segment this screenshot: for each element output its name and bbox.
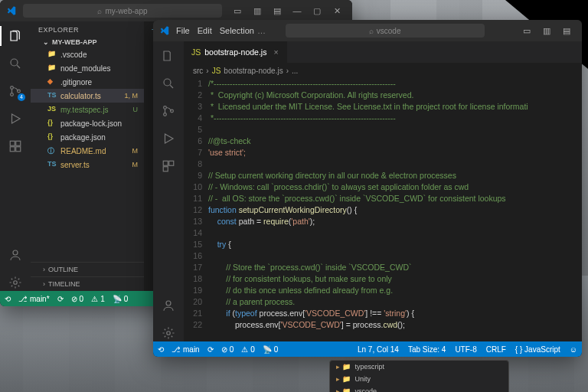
tab-size[interactable]: Tab Size: 4: [408, 345, 446, 354]
remote-indicator[interactable]: ⟲: [158, 345, 164, 354]
list-item[interactable]: ▸ 📁vscode: [330, 385, 508, 392]
feedback-icon[interactable]: ☺: [570, 345, 577, 354]
svg-rect-9: [16, 147, 21, 152]
code-lines[interactable]: /*--------------------------------------…: [208, 78, 582, 341]
svg-point-11: [14, 281, 18, 285]
svg-point-12: [164, 79, 171, 86]
gear-icon[interactable]: [7, 274, 24, 291]
search-icon[interactable]: [7, 55, 24, 72]
svg-rect-18: [163, 167, 168, 172]
scm-icon[interactable]: 4: [7, 83, 24, 100]
layout-icon[interactable]: ▭: [518, 23, 536, 38]
file-row[interactable]: ⓘREADME.mdM: [31, 144, 144, 158]
activity-bar-1: 4: [0, 21, 31, 291]
file-row[interactable]: JSmy.testspec.jsU: [31, 103, 144, 116]
account-icon[interactable]: [160, 297, 177, 314]
svg-point-10: [13, 250, 18, 255]
cursor-position[interactable]: Ln 7, Col 14: [358, 345, 399, 354]
svg-rect-6: [10, 141, 15, 145]
language-mode[interactable]: { } JavaScript: [515, 345, 560, 354]
svg-rect-7: [16, 141, 21, 145]
file-row[interactable]: 📁.vscode: [31, 47, 144, 61]
svg-point-13: [164, 106, 167, 109]
sync-indicator[interactable]: ⟳: [57, 295, 64, 303]
outline-section[interactable]: ›OUTLINE: [31, 262, 144, 276]
menu-item[interactable]: Edit: [198, 26, 212, 35]
svg-point-14: [164, 113, 167, 116]
warnings-indicator[interactable]: ⚠ 0: [241, 345, 255, 354]
scm-icon[interactable]: [160, 103, 177, 119]
branch-indicator[interactable]: ⎇ main*: [18, 295, 50, 303]
editor-area-2: JSbootstrap-node.js× src› JSbootstrap-no…: [184, 41, 582, 341]
menu-item[interactable]: File: [176, 26, 190, 35]
layout-icon[interactable]: ▭: [228, 3, 247, 18]
layout-icon[interactable]: ▤: [268, 3, 286, 18]
ports-indicator[interactable]: 📡 0: [113, 295, 129, 303]
svg-point-2: [11, 59, 18, 66]
explorer-sidebar: EXPLORER ⌄MY-WEB-APP 📁.vscode📁node_modul…: [31, 21, 144, 291]
timeline-section[interactable]: ›TIMELINE: [31, 276, 144, 291]
vscode-icon: [159, 25, 170, 36]
minimize-icon[interactable]: —: [288, 3, 306, 18]
editor-tab[interactable]: JSbootstrap-node.js×: [184, 41, 287, 63]
svg-rect-16: [163, 161, 168, 165]
file-row[interactable]: ◆.gitignore: [31, 75, 144, 89]
errors-indicator[interactable]: ⊘ 0: [221, 345, 234, 354]
ports-indicator[interactable]: 📡 0: [263, 345, 279, 354]
layout-icon[interactable]: ▥: [537, 23, 556, 38]
layout-icon[interactable]: ▥: [248, 3, 266, 18]
svg-point-3: [11, 87, 14, 90]
branch-indicator[interactable]: ⎇ main: [172, 345, 200, 354]
svg-rect-17: [169, 161, 174, 165]
list-item[interactable]: ▸ 📁typescript: [330, 361, 508, 373]
sync-indicator[interactable]: ⟳: [207, 345, 214, 354]
extensions-icon[interactable]: [160, 158, 177, 175]
explorer-icon[interactable]: [7, 28, 24, 44]
list-item[interactable]: ▸ 📁Unity: [330, 373, 508, 385]
explorer-icon[interactable]: [160, 47, 177, 64]
remote-indicator[interactable]: ⟲: [5, 295, 11, 303]
close-icon[interactable]: ✕: [328, 3, 346, 18]
activity-bar-2: [153, 41, 184, 341]
gear-icon[interactable]: [160, 325, 177, 341]
errors-indicator[interactable]: ⊘ 0: [71, 295, 84, 303]
account-icon[interactable]: [7, 247, 24, 263]
layout-icon[interactable]: ▤: [557, 23, 576, 38]
file-row[interactable]: TScalculator.ts1, M: [31, 89, 144, 103]
debug-icon[interactable]: [7, 110, 24, 127]
file-row[interactable]: {}package.json: [31, 130, 144, 144]
command-center-2[interactable]: ⌕vscode: [286, 24, 485, 38]
warnings-indicator[interactable]: ⚠ 1: [91, 295, 105, 303]
titlebar-1: ⌕my-web-app ▭ ▥ ▤ — ▢ ✕: [0, 0, 352, 21]
svg-point-4: [11, 93, 14, 96]
status-bar-2: ⟲ ⎇ main ⟳ ⊘ 0 ⚠ 0 📡 0 Ln 7, Col 14 Tab …: [153, 341, 582, 357]
extensions-icon[interactable]: [7, 138, 24, 155]
maximize-icon[interactable]: ▢: [308, 3, 326, 18]
close-icon[interactable]: ×: [273, 47, 278, 57]
menu-bar: FileEditSelection: [176, 26, 254, 35]
project-header[interactable]: ⌄MY-WEB-APP: [31, 37, 144, 47]
eol[interactable]: CRLF: [486, 345, 506, 354]
folder-popup: ▸ 📁typescript▸ 📁Unity▸ 📁vscode▸ 📁vscode-…: [329, 360, 509, 392]
explorer-title: EXPLORER: [31, 21, 144, 37]
search-icon[interactable]: [160, 75, 177, 92]
svg-point-20: [167, 332, 171, 335]
vscode-icon: [6, 5, 17, 16]
vscode-window-2: FileEditSelection … ⌕vscode ▭ ▥ ▤ JSboot…: [153, 20, 582, 357]
breadcrumb[interactable]: src› JSbootstrap-node.js› ...: [184, 63, 582, 78]
svg-rect-8: [10, 147, 15, 152]
command-center-1[interactable]: ⌕my-web-app: [23, 4, 222, 18]
gutter: 12345678910111213141516171819202122: [184, 78, 208, 341]
debug-icon[interactable]: [160, 130, 177, 147]
file-row[interactable]: TSserver.tsM: [31, 158, 144, 172]
file-row[interactable]: {}package-lock.json: [31, 116, 144, 130]
menu-item[interactable]: Selection: [220, 26, 254, 35]
svg-point-19: [166, 301, 171, 305]
titlebar-2: FileEditSelection … ⌕vscode ▭ ▥ ▤: [153, 20, 582, 41]
file-row[interactable]: 📁node_modules: [31, 61, 144, 75]
encoding[interactable]: UTF-8: [455, 345, 476, 354]
